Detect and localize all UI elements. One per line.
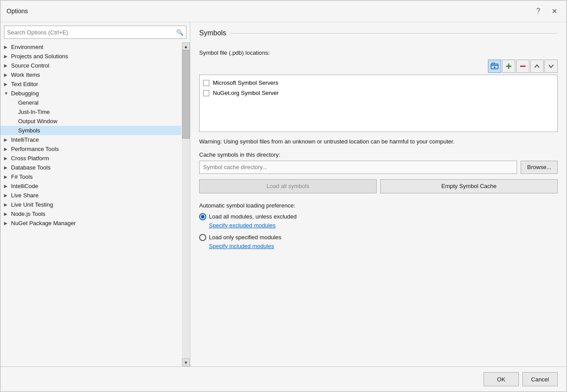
- down-icon: [548, 63, 554, 69]
- arrow-icon: ▶: [4, 202, 9, 207]
- tree-item-label: IntelliCode: [11, 183, 38, 189]
- svg-rect-1: [492, 63, 495, 64]
- radio-row-load-specified: Load only specified modules: [199, 234, 558, 241]
- tree-item-environment[interactable]: ▶ Environment: [0, 42, 181, 52]
- arrow-icon: ▶: [4, 174, 9, 179]
- help-button[interactable]: ?: [532, 5, 544, 17]
- arrow-icon: ▶: [4, 63, 9, 68]
- arrow-icon: ▶: [4, 156, 9, 161]
- tree-item-label: Debugging: [11, 90, 39, 97]
- scroll-down-button[interactable]: ▼: [182, 358, 190, 366]
- remove-icon: [519, 63, 526, 70]
- microsoft-checkbox[interactable]: [203, 80, 209, 86]
- folder-icon: [491, 62, 499, 70]
- radio-load-specified[interactable]: [199, 234, 206, 241]
- specify-included-modules-link[interactable]: Specify included modules: [209, 243, 558, 249]
- tree-item-label: Just-In-Time: [18, 109, 50, 115]
- symbol-list-item-nuget[interactable]: NuGet.org Symbol Server: [200, 88, 557, 98]
- tree-item-live-share[interactable]: ▶ Live Share: [0, 191, 181, 200]
- tree-item-label: Work Items: [11, 72, 40, 78]
- radio-load-all[interactable]: [199, 213, 206, 220]
- arrow-icon: ▼: [4, 91, 9, 96]
- tree-item-label: Source Control: [11, 62, 49, 69]
- arrow-icon: ▶: [4, 72, 9, 77]
- tree-item-live-unit-testing[interactable]: ▶ Live Unit Testing: [0, 200, 181, 209]
- search-box: 🔍: [4, 26, 186, 39]
- divider: [231, 33, 558, 34]
- dialog-title: Options: [7, 8, 28, 15]
- tree-item-text-editor[interactable]: ▶ Text Editor: [0, 79, 181, 89]
- up-icon: [534, 63, 540, 69]
- tree-item-label: Text Editor: [11, 81, 38, 87]
- cancel-button[interactable]: Cancel: [522, 372, 558, 386]
- tree-item-debugging[interactable]: ▼ Debugging: [0, 89, 181, 98]
- tree-item-just-in-time[interactable]: Just-In-Time: [0, 107, 181, 117]
- arrow-icon: ▶: [4, 137, 9, 142]
- radio-row-load-all: Load all modules, unless excluded: [199, 213, 558, 220]
- arrow-icon: ▶: [4, 193, 9, 198]
- tree-item-nuget-package-manager[interactable]: ▶ NuGet Package Manager: [0, 219, 181, 228]
- tree-item-label: F# Tools: [11, 173, 33, 180]
- scrollbar-thumb[interactable]: [182, 50, 190, 139]
- bottom-bar: OK Cancel: [0, 366, 567, 392]
- auto-loading-label: Automatic symbol loading preference:: [199, 202, 558, 209]
- cache-directory-input[interactable]: [199, 161, 517, 174]
- symbol-list-item-microsoft[interactable]: Microsoft Symbol Servers: [200, 78, 557, 88]
- tree-item-intellicode[interactable]: ▶ IntelliCode: [0, 181, 181, 191]
- tree-item-label: IntelliTrace: [11, 136, 39, 143]
- folder-button[interactable]: [488, 60, 501, 73]
- tree-item-label: Symbols: [18, 127, 40, 134]
- cache-row: Browse...: [199, 161, 558, 174]
- close-button[interactable]: ✕: [548, 5, 560, 17]
- add-icon: [505, 63, 512, 70]
- tree-item-label: NuGet Package Manager: [11, 220, 76, 226]
- tree-item-projects-solutions[interactable]: ▶ Projects and Solutions: [0, 52, 181, 61]
- search-input[interactable]: [4, 29, 174, 36]
- tree-item-nodejs-tools[interactable]: ▶ Node.js Tools: [0, 209, 181, 219]
- arrow-icon: ▶: [4, 147, 9, 151]
- scroll-up-button[interactable]: ▲: [182, 42, 190, 50]
- load-all-symbols-button[interactable]: Load all symbols: [199, 179, 377, 193]
- tree-item-label: Live Unit Testing: [11, 201, 53, 208]
- tree-item-label: Cross Platform: [11, 155, 49, 162]
- action-row: Load all symbols Empty Symbol Cache: [199, 179, 558, 193]
- arrow-icon: ▶: [4, 165, 9, 170]
- tree-item-label: Output Window: [18, 118, 57, 124]
- options-dialog: Options ? ✕ 🔍 ▲ ▶ Environment: [0, 0, 567, 392]
- tree-item-label: General: [18, 99, 38, 106]
- tree-item-label: Database Tools: [11, 164, 50, 171]
- nuget-label: NuGet.org Symbol Server: [213, 90, 279, 96]
- scrollbar-track: [182, 50, 190, 358]
- tree-item-label: Node.js Tools: [11, 211, 45, 217]
- tree-item-fsharp-tools[interactable]: ▶ F# Tools: [0, 172, 181, 181]
- ok-button[interactable]: OK: [484, 372, 519, 386]
- tree-item-label: Performance Tools: [11, 146, 59, 152]
- title-bar: Options ? ✕: [0, 0, 567, 22]
- tree-item-source-control[interactable]: ▶ Source Control: [0, 61, 181, 70]
- tree-item-symbols[interactable]: Symbols: [0, 126, 181, 135]
- tree-item-performance-tools[interactable]: ▶ Performance Tools: [0, 144, 181, 154]
- browse-button[interactable]: Browse...: [521, 161, 558, 174]
- add-button[interactable]: [502, 60, 515, 73]
- tree-item-label: Projects and Solutions: [11, 53, 68, 60]
- specify-excluded-modules-link[interactable]: Specify excluded modules: [209, 222, 558, 229]
- tree-item-label: Live Share: [11, 192, 38, 199]
- tree-item-cross-platform[interactable]: ▶ Cross Platform: [0, 154, 181, 163]
- symbol-list-box: Microsoft Symbol Servers NuGet.org Symbo…: [199, 75, 558, 132]
- arrow-icon: ▶: [4, 54, 9, 59]
- search-icon-button[interactable]: 🔍: [174, 26, 186, 38]
- tree-item-general[interactable]: General: [0, 98, 181, 107]
- empty-symbol-cache-button[interactable]: Empty Symbol Cache: [380, 179, 558, 193]
- tree-item-work-items[interactable]: ▶ Work Items: [0, 70, 181, 79]
- tree-item-intellitrace[interactable]: ▶ IntelliTrace: [0, 135, 181, 144]
- title-bar-buttons: ? ✕: [532, 5, 560, 17]
- cache-label: Cache symbols in this directory:: [199, 151, 558, 158]
- remove-button[interactable]: [516, 60, 529, 73]
- down-button[interactable]: [544, 60, 558, 73]
- up-button[interactable]: [530, 60, 544, 73]
- left-panel: 🔍 ▲ ▶ Environment ▶ Projects and Solutio…: [0, 22, 190, 366]
- tree-item-database-tools[interactable]: ▶ Database Tools: [0, 163, 181, 172]
- toolbar-row: [199, 60, 558, 73]
- nuget-checkbox[interactable]: [203, 90, 209, 96]
- tree-item-output-window[interactable]: Output Window: [0, 117, 181, 126]
